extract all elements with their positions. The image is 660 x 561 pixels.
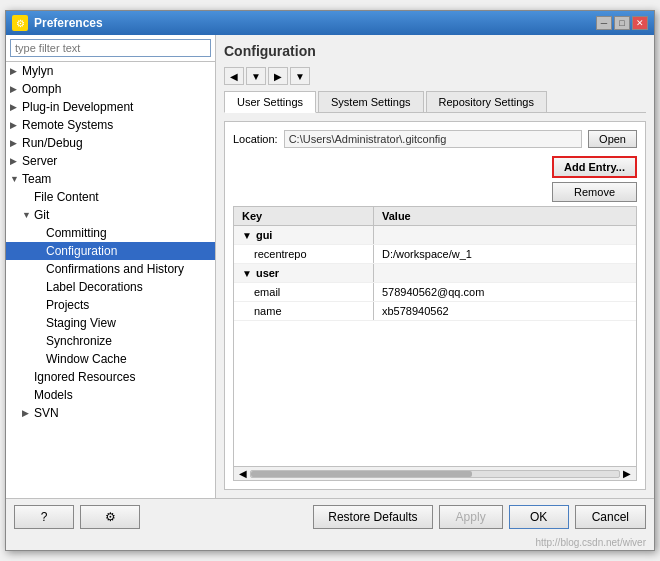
- minimize-button[interactable]: ─: [596, 16, 612, 30]
- sidebar-label-label-decorations: Label Decorations: [46, 280, 143, 294]
- sidebar-label-synchronize: Synchronize: [46, 334, 112, 348]
- scrollbar-thumb[interactable]: [251, 471, 472, 477]
- sidebar-label-staging-view: Staging View: [46, 316, 116, 330]
- remove-button[interactable]: Remove: [552, 182, 637, 202]
- sidebar-label-server: Server: [22, 154, 57, 168]
- sidebar-item-window-cache[interactable]: Window Cache: [6, 350, 215, 368]
- title-buttons: ─ □ ✕: [596, 16, 648, 30]
- sidebar-label-git: Git: [34, 208, 49, 222]
- sidebar-item-oomph[interactable]: Oomph: [6, 80, 215, 98]
- table-wrapper: Key Value ▼ guirecentrepoD:/workspace/w_…: [233, 206, 637, 481]
- cancel-button[interactable]: Cancel: [575, 505, 646, 529]
- help-button[interactable]: ?: [14, 505, 74, 529]
- col-value-header: Value: [374, 207, 636, 225]
- tab-repository-settings[interactable]: Repository Settings: [426, 91, 547, 112]
- sidebar-item-committing[interactable]: Committing: [6, 224, 215, 242]
- nav-dropdown-button[interactable]: ▼: [246, 67, 266, 85]
- sidebar-item-label-decorations[interactable]: Label Decorations: [6, 278, 215, 296]
- sidebar-label-plugin-dev: Plug-in Development: [22, 100, 133, 114]
- location-value: C:\Users\Administrator\.gitconfig: [284, 130, 582, 148]
- tree-arrow-team: [10, 174, 20, 184]
- group-key-gui: ▼ gui: [234, 226, 374, 244]
- table-header: Key Value: [234, 207, 636, 226]
- main-panel: Configuration ◀ ▼ ▶ ▼ User SettingsSyste…: [216, 35, 654, 498]
- sidebar-item-staging-view[interactable]: Staging View: [6, 314, 215, 332]
- table-body: ▼ guirecentrepoD:/workspace/w_1▼ userema…: [234, 226, 636, 466]
- close-button[interactable]: ✕: [632, 16, 648, 30]
- sidebar-label-team: Team: [22, 172, 51, 186]
- sidebar-label-run-debug: Run/Debug: [22, 136, 83, 150]
- sidebar-item-configuration[interactable]: Configuration: [6, 242, 215, 260]
- ok-button[interactable]: OK: [509, 505, 569, 529]
- window-icon: ⚙: [12, 15, 28, 31]
- cell-value-recentrepo: D:/workspace/w_1: [374, 245, 636, 263]
- nav-dropdown2-button[interactable]: ▼: [290, 67, 310, 85]
- table-row[interactable]: namexb578940562: [234, 302, 636, 321]
- table-toolbar: Add Entry... Remove: [233, 156, 637, 202]
- sidebar-item-server[interactable]: Server: [6, 152, 215, 170]
- tree-area: MylynOomphPlug-in DevelopmentRemote Syst…: [6, 62, 215, 498]
- sidebar-item-plugin-dev[interactable]: Plug-in Development: [6, 98, 215, 116]
- table-row[interactable]: email578940562@qq.com: [234, 283, 636, 302]
- nav-back-button[interactable]: ◀: [224, 67, 244, 85]
- sidebar-item-models[interactable]: Models: [6, 386, 215, 404]
- sidebar-label-configuration: Configuration: [46, 244, 117, 258]
- sidebar-item-ignored-resources[interactable]: Ignored Resources: [6, 368, 215, 386]
- panel-nav: ◀ ▼ ▶ ▼: [224, 67, 646, 85]
- sidebar-label-committing: Committing: [46, 226, 107, 240]
- group-key-user: ▼ user: [234, 264, 374, 282]
- scroll-right-button[interactable]: ▶: [620, 468, 634, 479]
- cell-key-recentrepo: recentrepo: [234, 245, 374, 263]
- sidebar-label-svn: SVN: [34, 406, 59, 420]
- config-panel: Location: C:\Users\Administrator\.gitcon…: [224, 121, 646, 490]
- sidebar-label-remote-systems: Remote Systems: [22, 118, 113, 132]
- maximize-button[interactable]: □: [614, 16, 630, 30]
- sidebar-item-projects[interactable]: Projects: [6, 296, 215, 314]
- sidebar-item-synchronize[interactable]: Synchronize: [6, 332, 215, 350]
- sidebar-item-remote-systems[interactable]: Remote Systems: [6, 116, 215, 134]
- scroll-left-button[interactable]: ◀: [236, 468, 250, 479]
- table-group-gui: ▼ gui: [234, 226, 636, 245]
- table-scroll-bar: ◀ ▶: [234, 466, 636, 480]
- footer-right: Restore Defaults Apply OK Cancel: [305, 499, 654, 535]
- sidebar-item-run-debug[interactable]: Run/Debug: [6, 134, 215, 152]
- restore-defaults-button[interactable]: Restore Defaults: [313, 505, 432, 529]
- group-value-gui: [374, 226, 636, 244]
- open-button[interactable]: Open: [588, 130, 637, 148]
- sidebar-item-team[interactable]: Team: [6, 170, 215, 188]
- title-bar-left: ⚙ Preferences: [12, 15, 103, 31]
- table-row[interactable]: recentrepoD:/workspace/w_1: [234, 245, 636, 264]
- sidebar-label-file-content: File Content: [34, 190, 99, 204]
- nav-forward-button[interactable]: ▶: [268, 67, 288, 85]
- footer-bar: ? ⚙ Restore Defaults Apply OK Cancel: [6, 498, 654, 535]
- sidebar-item-mylyn[interactable]: Mylyn: [6, 62, 215, 80]
- sidebar-item-git[interactable]: Git: [6, 206, 215, 224]
- preferences-window: ⚙ Preferences ─ □ ✕ MylynOomphPlug-in De…: [5, 10, 655, 551]
- tree-arrow-git: [22, 210, 32, 220]
- location-row: Location: C:\Users\Administrator\.gitcon…: [233, 130, 637, 148]
- tab-system-settings[interactable]: System Settings: [318, 91, 423, 112]
- sidebar-item-file-content[interactable]: File Content: [6, 188, 215, 206]
- tree-arrow-run-debug: [10, 138, 20, 148]
- filter-input[interactable]: [10, 39, 211, 57]
- sidebar-item-svn[interactable]: SVN: [6, 404, 215, 422]
- cell-key-name: name: [234, 302, 374, 320]
- settings-button[interactable]: ⚙: [80, 505, 140, 529]
- col-key-header: Key: [234, 207, 374, 225]
- sidebar-label-mylyn: Mylyn: [22, 64, 53, 78]
- sidebar-item-confirmations[interactable]: Confirmations and History: [6, 260, 215, 278]
- title-bar: ⚙ Preferences ─ □ ✕: [6, 11, 654, 35]
- group-value-user: [374, 264, 636, 282]
- watermark: http://blog.csdn.net/wiver: [6, 535, 654, 550]
- tree-arrow-remote-systems: [10, 120, 20, 130]
- add-entry-button[interactable]: Add Entry...: [552, 156, 637, 178]
- tree-arrow-server: [10, 156, 20, 166]
- sidebar-label-models: Models: [34, 388, 73, 402]
- tree-arrow-mylyn: [10, 66, 20, 76]
- filter-box: [6, 35, 215, 62]
- tab-user-settings[interactable]: User Settings: [224, 91, 316, 113]
- cell-value-email: 578940562@qq.com: [374, 283, 636, 301]
- button-group: Add Entry... Remove: [552, 156, 637, 202]
- apply-button[interactable]: Apply: [439, 505, 503, 529]
- tree-arrow-plugin-dev: [10, 102, 20, 112]
